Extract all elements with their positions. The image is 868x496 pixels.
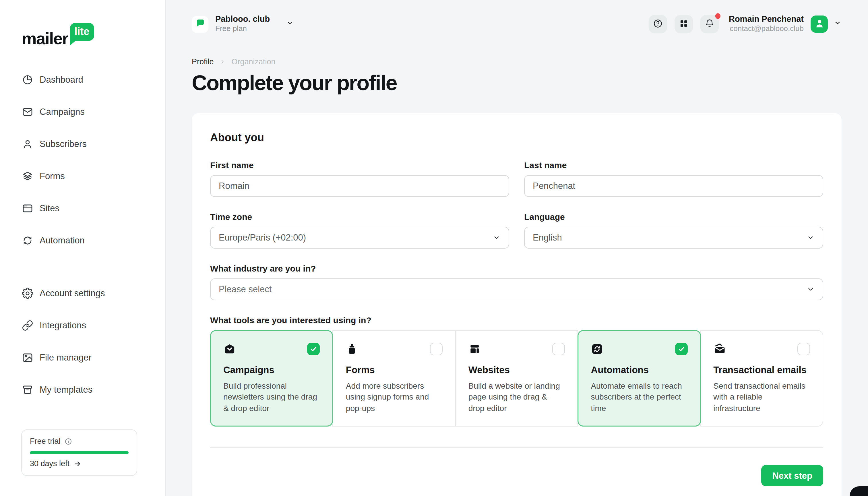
- user-email: contact@pablooo.club: [729, 25, 804, 34]
- free-trial-card[interactable]: Free trial 30 days left: [21, 430, 137, 476]
- tool-card-description: Build professional newsletters using the…: [223, 380, 320, 414]
- tool-card-title: Automations: [591, 364, 687, 375]
- sidebar-item-sites[interactable]: Sites: [22, 197, 165, 220]
- campaign-envelope-icon: [223, 342, 236, 355]
- tool-checkbox-transactional-emails[interactable]: [797, 342, 810, 355]
- language-label: Language: [524, 212, 823, 221]
- workspace-name: Pablooo. club: [215, 14, 270, 24]
- page-content: Profile Organization Complete your profi…: [166, 48, 868, 496]
- envelope-icon: [22, 106, 33, 118]
- sidebar: mailer lite DashboardCampaignsSubscriber…: [0, 0, 166, 496]
- sidebar-item-label: Sites: [40, 203, 59, 214]
- chevron-down-icon: [807, 233, 815, 242]
- first-name-field-group: First name Romain: [210, 160, 509, 197]
- main-area: Pablooo. club Free plan Romain Penchenat…: [166, 0, 868, 496]
- sidebar-item-label: Dashboard: [40, 75, 83, 85]
- trial-progress-bar: [30, 451, 128, 454]
- browser-icon: [22, 203, 33, 214]
- tool-card-transactional-emails[interactable]: Transactional emailsSend transactional e…: [700, 330, 823, 427]
- first-name-label: First name: [210, 160, 509, 170]
- tool-card-campaigns[interactable]: CampaignsBuild professional newsletters …: [210, 330, 333, 427]
- chevron-down-icon: [493, 233, 500, 242]
- sidebar-item-my-templates[interactable]: My templates: [22, 378, 165, 401]
- transactional-email-icon: [713, 342, 726, 355]
- trial-days-left[interactable]: 30 days left: [30, 459, 128, 468]
- last-name-field-group: Last name Penchenat: [524, 160, 823, 197]
- sidebar-item-label: Campaigns: [40, 107, 85, 117]
- last-name-input[interactable]: Penchenat: [524, 175, 823, 197]
- help-icon: [653, 18, 663, 30]
- sidebar-item-file-manager[interactable]: File manager: [22, 346, 165, 369]
- sidebar-item-label: My templates: [40, 385, 92, 395]
- trial-progress-fill: [30, 451, 128, 454]
- tool-card-title: Websites: [468, 364, 565, 375]
- bell-icon: [705, 18, 715, 30]
- sidebar-item-integrations[interactable]: Integrations: [22, 314, 165, 337]
- tools-field-group: What tools are you interested using in? …: [210, 315, 823, 427]
- tool-card-description: Build a website or landing page using th…: [468, 380, 565, 414]
- form-icon: [346, 342, 358, 355]
- time-zone-select[interactable]: Europe/Paris (+02:00): [210, 227, 509, 248]
- person-icon: [813, 17, 825, 31]
- breadcrumb-profile[interactable]: Profile: [192, 58, 214, 66]
- sidebar-item-dashboard[interactable]: Dashboard: [22, 68, 165, 91]
- tool-card-description: Add more subscribers using signup forms …: [346, 380, 443, 414]
- tool-cards-group: CampaignsBuild professional newsletters …: [210, 330, 823, 427]
- logo-text: mailer: [22, 30, 68, 47]
- last-name-label: Last name: [524, 160, 823, 170]
- tool-card-description: Automate emails to reach subscribers at …: [591, 380, 687, 414]
- section-title: About you: [210, 131, 823, 144]
- topbar-actions: Romain Penchenat contact@pablooo.club: [641, 14, 841, 34]
- sidebar-nav-settings: Account settingsIntegrationsFile manager…: [22, 282, 165, 401]
- tool-card-websites[interactable]: WebsitesBuild a website or landing page …: [455, 330, 578, 427]
- chevron-right-icon: [220, 59, 226, 65]
- next-step-button[interactable]: Next step: [761, 465, 823, 486]
- logo-lite-badge: lite: [70, 23, 94, 41]
- sidebar-item-label: Account settings: [40, 288, 105, 298]
- app-window: mailer lite DashboardCampaignsSubscriber…: [0, 0, 868, 496]
- sidebar-item-forms[interactable]: Forms: [22, 165, 165, 188]
- tool-card-title: Forms: [346, 364, 443, 375]
- apps-button[interactable]: [675, 15, 693, 33]
- form-divider: [210, 447, 823, 448]
- sidebar-item-account-settings[interactable]: Account settings: [22, 282, 165, 305]
- profile-form-card: About you First name Romain Last name Pe…: [192, 113, 841, 496]
- tool-checkbox-forms[interactable]: [430, 342, 443, 355]
- sidebar-item-automation[interactable]: Automation: [22, 229, 165, 252]
- tools-label: What tools are you interested using in?: [210, 315, 823, 325]
- tool-checkbox-websites[interactable]: [552, 342, 565, 355]
- sidebar-item-subscribers[interactable]: Subscribers: [22, 133, 165, 156]
- tool-card-title: Transactional emails: [713, 364, 810, 375]
- sidebar-item-label: Automation: [40, 235, 85, 246]
- mailerlite-logo[interactable]: mailer lite: [22, 23, 165, 47]
- time-zone-field-group: Time zone Europe/Paris (+02:00): [210, 212, 509, 248]
- workspace-plan: Free plan: [215, 24, 270, 34]
- help-button[interactable]: [649, 15, 667, 33]
- tool-card-forms[interactable]: FormsAdd more subscribers using signup f…: [333, 330, 456, 427]
- image-icon: [22, 352, 33, 363]
- user-menu[interactable]: Romain Penchenat contact@pablooo.club: [729, 14, 804, 34]
- breadcrumb-organization: Organization: [232, 58, 276, 66]
- person-icon: [22, 138, 33, 150]
- user-avatar[interactable]: [810, 16, 828, 33]
- chevron-down-icon[interactable]: [834, 19, 841, 29]
- apps-icon: [679, 18, 689, 30]
- layers-icon: [22, 170, 33, 182]
- page-title: Complete your profile: [192, 71, 841, 96]
- tool-checkbox-campaigns[interactable]: [307, 342, 320, 355]
- notifications-button[interactable]: [701, 15, 719, 33]
- tool-checkbox-automations[interactable]: [675, 342, 687, 355]
- time-zone-label: Time zone: [210, 212, 509, 221]
- first-name-input[interactable]: Romain: [210, 175, 509, 197]
- free-trial-label: Free trial: [30, 437, 61, 446]
- language-select[interactable]: English: [524, 227, 823, 248]
- chevron-down-icon: [286, 19, 294, 29]
- sidebar-item-campaigns[interactable]: Campaigns: [22, 100, 165, 123]
- tool-card-automations[interactable]: AutomationsAutomate emails to reach subs…: [577, 330, 701, 427]
- workspace-selector[interactable]: Pablooo. club Free plan: [192, 14, 294, 34]
- notification-dot: [715, 13, 721, 19]
- industry-select[interactable]: Please select: [210, 278, 823, 300]
- link-icon: [22, 320, 33, 331]
- language-field-group: Language English: [524, 212, 823, 248]
- topbar: Pablooo. club Free plan Romain Penchenat…: [166, 0, 868, 48]
